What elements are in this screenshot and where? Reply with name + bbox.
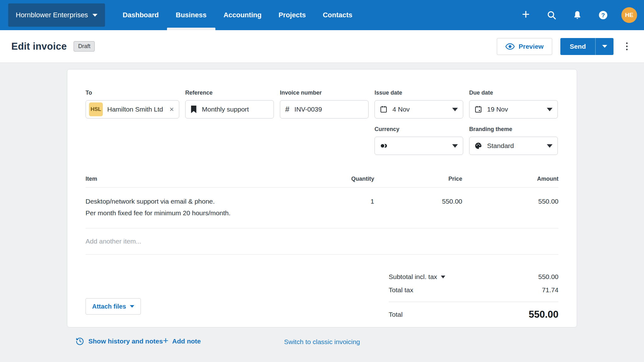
contact-avatar-chip: HSL — [89, 102, 103, 116]
create-new-button[interactable]: + — [518, 8, 533, 23]
page-header: Edit invoice Draft Preview Send — [0, 30, 644, 63]
plus-icon: + — [163, 336, 169, 345]
nav-item-projects[interactable]: Projects — [279, 0, 306, 30]
attach-files-button[interactable]: Attach files — [86, 298, 141, 315]
send-button[interactable]: Send — [560, 38, 595, 55]
notifications-button[interactable] — [570, 8, 585, 23]
bookmark-icon — [191, 106, 197, 113]
avatar-initials: HE — [625, 12, 633, 19]
currency-field-group: Currency — [375, 126, 463, 155]
attach-files-label: Attach files — [92, 303, 126, 310]
help-button[interactable]: ? — [596, 8, 611, 23]
currency-label: Currency — [375, 126, 463, 133]
col-header-amount: Amount — [462, 176, 558, 182]
invoice-number-field-group: Invoice number # INV-0039 — [280, 90, 369, 118]
show-history-button[interactable]: Show history and notes — [75, 337, 163, 346]
reference-field-group: Reference Monthly support — [185, 90, 274, 118]
total-value: 550.00 — [529, 309, 558, 320]
nav-item-dashboard[interactable]: Dashboard — [123, 0, 159, 30]
totals-section: Subtotal incl. tax 550.00 Total tax 71.7… — [389, 270, 558, 322]
preview-label: Preview — [519, 43, 543, 50]
branding-theme-field[interactable]: Standard — [469, 137, 558, 155]
item-description-line2: Per month fixed fee for minimum 20 hours… — [86, 209, 324, 217]
col-header-item: Item — [86, 176, 324, 182]
total-tax-value: 71.74 — [542, 286, 558, 294]
calendar-icon — [475, 106, 482, 113]
switch-classic-link[interactable]: Switch to classic invoicing — [284, 338, 360, 346]
show-history-label: Show history and notes — [88, 337, 163, 345]
invoice-number-field[interactable]: # INV-0039 — [280, 100, 369, 118]
total-label: Total — [389, 311, 402, 318]
reference-field[interactable]: Monthly support — [185, 100, 274, 118]
invoice-fields-row-2: Currency Branding — [86, 126, 558, 155]
history-clock-icon — [75, 337, 84, 346]
add-note-button[interactable]: + Add note — [163, 337, 201, 345]
send-split-button: Send — [560, 38, 613, 55]
org-name: Hornblower Enterprises — [16, 11, 88, 19]
add-item-row[interactable]: Add another item... — [86, 228, 558, 255]
due-date-field-group: Due date 19 Nov — [469, 90, 558, 118]
due-date-label: Due date — [469, 90, 558, 96]
to-field-group: To HSL Hamilton Smith Ltd × — [86, 90, 179, 118]
chevron-down-icon — [130, 305, 134, 308]
total-tax-row: Total tax 71.74 — [389, 283, 558, 297]
subtotal-row: Subtotal incl. tax 550.00 — [389, 270, 558, 283]
subtotal-dropdown[interactable]: Subtotal incl. tax — [389, 273, 445, 281]
line-items-table: Item Quantity Price Amount Desktop/netwo… — [86, 176, 558, 255]
preview-button[interactable]: Preview — [497, 38, 552, 55]
footer-links: Show history and notes + Add note Switch… — [0, 337, 644, 356]
nav-item-accounting[interactable]: Accounting — [224, 0, 262, 30]
to-field[interactable]: HSL Hamilton Smith Ltd × — [86, 100, 179, 118]
to-label: To — [86, 90, 179, 96]
item-price-cell[interactable]: 550.00 — [374, 198, 462, 217]
more-options-button[interactable] — [624, 40, 630, 53]
chevron-down-icon — [547, 144, 552, 148]
item-description-line1: Desktop/network support via email & phon… — [86, 198, 324, 205]
col-header-price: Price — [374, 176, 462, 182]
item-description-cell[interactable]: Desktop/network support via email & phon… — [86, 198, 324, 217]
branding-theme-label: Branding theme — [469, 126, 558, 133]
svg-text:?: ? — [601, 12, 605, 19]
send-options-button[interactable] — [595, 38, 613, 55]
search-button[interactable] — [544, 8, 559, 23]
chevron-down-icon — [547, 108, 552, 111]
due-date-field[interactable]: 19 Nov — [469, 100, 558, 118]
eye-icon — [505, 43, 515, 50]
page-title: Edit invoice — [11, 41, 67, 52]
main-content: To HSL Hamilton Smith Ltd × Reference — [0, 63, 644, 362]
item-quantity-cell[interactable]: 1 — [324, 198, 374, 217]
total-row: Total 550.00 — [389, 307, 558, 322]
status-badge: Draft — [74, 41, 95, 52]
nav-item-business[interactable]: Business — [176, 0, 207, 30]
table-row[interactable]: Desktop/network support via email & phon… — [86, 188, 558, 228]
app-window: Hornblower Enterprises Dashboard Busines… — [0, 0, 644, 362]
user-avatar[interactable]: HE — [621, 7, 637, 23]
close-icon: × — [169, 105, 174, 113]
subtotal-value: 550.00 — [538, 273, 558, 281]
chevron-down-icon — [602, 45, 607, 48]
top-navigation-bar: Hornblower Enterprises Dashboard Busines… — [0, 0, 644, 30]
reference-value: Monthly support — [202, 106, 249, 113]
nav-item-contacts[interactable]: Contacts — [323, 0, 352, 30]
invoice-card: To HSL Hamilton Smith Ltd × Reference — [67, 69, 577, 327]
org-switcher-button[interactable]: Hornblower Enterprises — [8, 3, 105, 27]
invoice-number-label: Invoice number — [280, 90, 369, 96]
invoice-number-value: INV-0039 — [294, 106, 322, 113]
primary-nav: Dashboard Business Accounting Projects C… — [123, 0, 353, 30]
chevron-down-icon — [452, 144, 458, 148]
issue-date-field[interactable]: 4 Nov — [375, 100, 463, 118]
subtotal-label: Subtotal incl. tax — [389, 273, 437, 281]
hash-icon: # — [285, 105, 289, 114]
nav-utility-group: + ? HE — [518, 7, 644, 23]
issue-date-value: 4 Nov — [392, 106, 410, 113]
due-date-value: 19 Nov — [487, 106, 508, 113]
total-tax-label: Total tax — [389, 286, 413, 294]
remove-contact-button[interactable]: × — [169, 106, 174, 113]
palette-icon — [475, 142, 482, 150]
chevron-down-icon — [92, 14, 97, 17]
currency-field[interactable] — [375, 137, 463, 155]
coins-icon — [380, 142, 388, 150]
notifications-bell-icon — [573, 10, 582, 20]
contact-name: Hamilton Smith Ltd — [107, 106, 163, 113]
issue-date-label: Issue date — [375, 90, 463, 96]
